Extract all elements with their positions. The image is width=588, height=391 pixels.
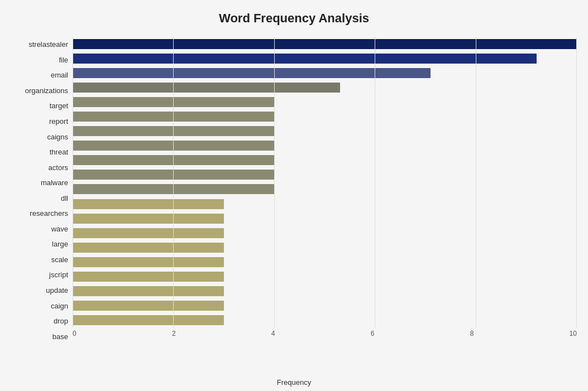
bar [73, 126, 274, 136]
bar-row [73, 38, 577, 50]
y-label: dll [11, 195, 68, 202]
x-tick: 6 [371, 330, 375, 337]
bar [73, 97, 274, 107]
bar-row [73, 227, 577, 239]
bar [73, 184, 274, 194]
bar-row [73, 52, 577, 65]
bar-row [73, 242, 577, 254]
x-axis: 0246810 [73, 327, 577, 344]
bar [73, 155, 274, 165]
y-label: report [11, 118, 68, 125]
bar-row [73, 285, 577, 297]
bar [73, 83, 340, 93]
y-label: wave [11, 225, 68, 233]
y-label: strelastealer [11, 41, 68, 48]
y-label: threat [11, 148, 68, 156]
bars-wrapper [73, 37, 577, 344]
bar-row [73, 213, 577, 225]
x-axis-label: Frequency [277, 378, 311, 387]
bar-row [73, 139, 577, 152]
x-tick: 2 [172, 330, 176, 337]
y-label: update [11, 287, 68, 294]
bar-row [73, 198, 577, 210]
y-label: researchers [11, 210, 68, 217]
bar [73, 286, 224, 296]
bar [73, 39, 577, 49]
y-label: base [11, 333, 68, 340]
bar [73, 301, 224, 311]
bar [73, 68, 431, 78]
bar-row [73, 81, 577, 94]
bar-row [73, 314, 577, 326]
chart-container: Word Frequency Analysis strelastealerfil… [0, 0, 588, 391]
bar-row [73, 110, 577, 123]
bar-row [73, 67, 577, 79]
x-tick: 10 [570, 330, 577, 337]
bar [73, 141, 274, 151]
y-label: malware [11, 179, 68, 186]
bar-row [73, 96, 577, 108]
bar-row [73, 183, 577, 195]
bar [73, 214, 224, 224]
x-tick: 0 [73, 330, 77, 337]
bar [73, 228, 224, 238]
y-label: drop [11, 317, 68, 325]
y-label: target [11, 102, 68, 109]
bar-row [73, 300, 577, 312]
bar [73, 243, 224, 253]
y-label: caigns [11, 133, 68, 141]
x-tick: 8 [470, 330, 474, 337]
bar-row [73, 271, 577, 283]
chart-area: strelastealerfileemailorganizationstarge… [11, 37, 577, 344]
bar-row [73, 125, 577, 137]
bar-row [73, 256, 577, 268]
bar-row [73, 168, 577, 181]
bar [73, 54, 537, 64]
y-label: scale [11, 256, 68, 263]
bar [73, 170, 274, 180]
y-label: email [11, 71, 68, 79]
bar [73, 315, 224, 325]
bar [73, 112, 274, 122]
y-label: caign [11, 302, 68, 310]
bar [73, 272, 224, 282]
y-label: jscript [11, 271, 68, 278]
bar [73, 199, 224, 209]
y-label: large [11, 240, 68, 248]
bar [73, 257, 224, 267]
y-label: file [11, 56, 68, 64]
bar-row [73, 154, 577, 166]
bars-and-grid: 0246810 [73, 37, 577, 344]
y-label: organizations [11, 87, 68, 94]
chart-title: Word Frequency Analysis [11, 11, 577, 26]
y-axis-labels: strelastealerfileemailorganizationstarge… [11, 37, 73, 344]
x-tick: 4 [271, 330, 275, 337]
y-label: actors [11, 164, 68, 171]
